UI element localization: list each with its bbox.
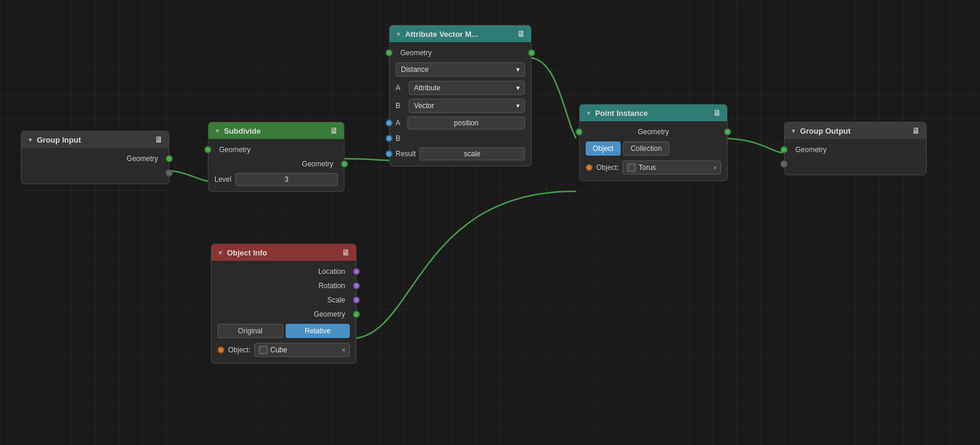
node-group-input[interactable]: ▼ Group Input 🖥 Geometry [21,131,169,184]
geometry-output-socket [528,49,535,56]
close-object-button[interactable]: × [713,164,717,171]
object-type-icon: ⬛ [258,345,268,355]
node-subdivide[interactable]: ▼ Subdivide 🖥 Geometry Geometry Level 3 [208,122,344,192]
monitor-icon: 🖥 [154,135,163,144]
result-input-socket [385,150,393,157]
result-label: Result [396,150,419,158]
group-output-body: Geometry [785,139,926,175]
a-label: A [396,84,405,92]
node-attribute-vector[interactable]: ▼ Attribute Vector M... 🖥 Geometry Dista… [389,25,532,166]
geometry-output-socket [166,155,173,162]
group-output-title: Group Output [800,127,851,135]
collapse-icon[interactable]: ▼ [217,250,223,256]
collapse-icon[interactable]: ▼ [27,137,33,143]
group-input-geometry-row: Geometry [21,152,169,166]
row-a-dropdown: A Attribute ▾ [390,79,531,97]
dropdown-value: Attribute [414,84,441,92]
attribute-vector-header: ▼ Attribute Vector M... 🖥 [390,26,531,42]
pi-geometry-row: Geometry [580,125,727,139]
object-info-object-row: Object: ⬛ Cube × [211,340,356,359]
result-field-row: Result scale [390,146,531,162]
geometry-label: Geometry [791,146,920,154]
group-input-header: ▼ Group Input 🖥 [21,131,169,148]
b-field-row: B [390,131,531,146]
object-name: Torus [638,163,656,172]
relative-button[interactable]: Relative [286,324,350,338]
geometry-output-socket [341,160,348,168]
pi-object-row: Object: ⬛ Torus × [580,158,727,177]
object-label: Object: [228,346,251,354]
monitor-icon: 🖥 [713,108,721,118]
object-field[interactable]: ⬛ Cube × [254,343,350,357]
monitor-icon: 🖥 [912,126,920,135]
node-group-output[interactable]: ▼ Group Output 🖥 Geometry [784,122,927,175]
geometry-input-socket [385,49,393,56]
collection-tab[interactable]: Collection [623,141,670,156]
geometry-out-label: Geometry [214,160,338,168]
subdivide-body: Geometry Geometry Level 3 [208,139,344,191]
dropdown-arrow: ▾ [516,102,520,110]
monitor-icon: 🖥 [342,248,350,257]
node-point-instance[interactable]: ▼ Point Instance 🖥 Geometry Object Colle… [579,104,728,181]
subdivide-geometry-in-row: Geometry [208,143,344,157]
attr-geometry-row: Geometry [390,46,531,60]
geometry-input-socket [204,146,211,153]
attribute-vector-body: Geometry Distance ▾ A Attribute ▾ B Vect… [390,42,531,166]
attribute-dropdown[interactable]: Attribute ▾ [409,81,525,95]
b-field-label: B [396,134,407,143]
empty-input-socket [780,160,788,168]
dropdown-value: Vector [414,102,434,110]
group-input-empty-row [21,166,169,180]
dropdown-arrow: ▾ [516,84,520,92]
go-empty-row [785,157,926,171]
subdivide-title: Subdivide [224,127,261,135]
scale-row: Scale [211,293,356,307]
distance-dropdown[interactable]: Distance ▾ [396,62,525,77]
geometry-socket [353,311,360,318]
object-info-buttons: Original Relative [211,321,356,340]
group-input-body: Geometry [21,148,169,184]
point-instance-title: Point Instance [595,109,648,118]
geometry-label: Geometry [396,49,525,57]
dropdown-arrow: ▾ [516,65,520,74]
close-object-button[interactable]: × [342,346,346,354]
geometry-label: Geometry [27,154,163,163]
object-label: Object: [596,163,619,172]
node-object-info[interactable]: ▼ Object Info 🖥 Location Rotation Scale … [211,244,356,364]
group-input-title: Group Input [37,135,81,144]
location-row: Location [211,264,356,279]
distance-dropdown-row: Distance ▾ [390,60,531,79]
level-field[interactable]: 3 [235,173,338,186]
group-output-header: ▼ Group Output 🖥 [785,122,926,139]
collapse-icon[interactable]: ▼ [396,31,402,37]
pi-object-field[interactable]: ⬛ Torus × [622,160,721,175]
dropdown-value: Distance [401,65,429,74]
subdivide-level-row: Level 3 [208,171,344,188]
pi-tab-row: Object Collection [580,139,727,158]
location-label: Location [217,267,350,276]
scale-label: Scale [217,296,350,304]
collapse-icon[interactable]: ▼ [586,110,592,116]
vector-dropdown[interactable]: Vector ▾ [409,99,525,113]
object-info-body: Location Rotation Scale Geometry Origina… [211,261,356,363]
level-label: Level [214,175,232,184]
geometry-input-socket [576,128,583,135]
object-tab[interactable]: Object [586,141,621,156]
b-label: B [396,102,405,110]
subdivide-geometry-out-row: Geometry [208,157,344,171]
geometry-center-label: Geometry [586,128,721,136]
obj-info-geometry-row: Geometry [211,307,356,321]
point-instance-body: Geometry Object Collection Object: ⬛ Tor… [580,121,727,181]
collapse-icon[interactable]: ▼ [214,128,220,134]
result-input-field[interactable]: scale [419,147,525,160]
row-b-dropdown: B Vector ▾ [390,97,531,115]
collapse-icon[interactable]: ▼ [791,128,796,134]
original-button[interactable]: Original [217,324,283,338]
object-socket [217,346,225,354]
a-field-row: A position [390,115,531,131]
empty-output-socket [166,169,173,176]
monitor-icon: 🖥 [517,29,525,39]
geometry-input-socket [780,146,788,153]
a-input-field[interactable]: position [407,116,525,130]
geometry-in-label: Geometry [214,146,338,154]
